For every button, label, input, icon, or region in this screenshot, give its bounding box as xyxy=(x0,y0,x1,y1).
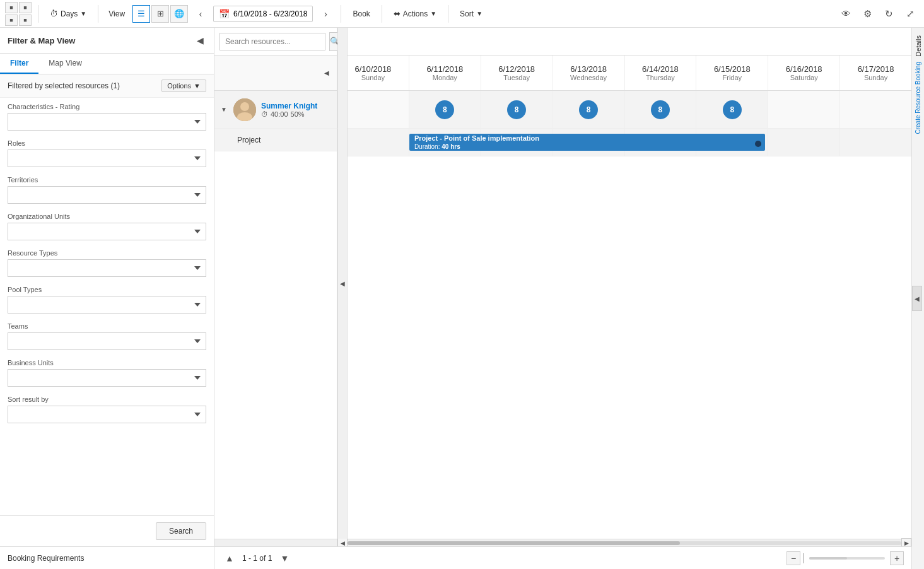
roles-label: Roles xyxy=(8,139,206,147)
expand-icon-btn[interactable]: ⤢ xyxy=(901,5,919,23)
sort-result-select[interactable] xyxy=(8,406,206,423)
schedule-day-cell xyxy=(768,91,840,128)
schedule-day-cell xyxy=(840,91,911,128)
business-units-select[interactable] xyxy=(8,369,206,387)
h-scroll-right-btn[interactable]: ▶ xyxy=(901,538,911,547)
details-collapse-btn[interactable]: ◀ xyxy=(912,286,922,311)
territories-select[interactable] xyxy=(8,186,206,204)
schedule-container: 🔍 ◀ ▼ xyxy=(214,28,911,546)
resource-info: Summer Knight ⏱ 40:00 50% xyxy=(261,102,332,118)
calendar-area: 6/10/2018Sunday6/11/2018Monday6/12/2018T… xyxy=(337,28,911,546)
resource-types-select[interactable] xyxy=(8,259,206,277)
project-day-cell: Project - Point of Sale implementation D… xyxy=(409,129,481,156)
details-label: Details xyxy=(915,35,922,57)
days-dropdown[interactable]: ⏱ Days ▼ xyxy=(45,6,91,21)
date-cell: 6/10/2018Sunday xyxy=(337,56,409,90)
pool-types-select[interactable] xyxy=(8,296,206,314)
grid-top-left-icon[interactable]: ■ xyxy=(5,2,18,13)
book-btn[interactable]: Book xyxy=(348,7,375,21)
pagination-down-btn[interactable]: ▼ xyxy=(277,551,292,566)
project-day-cell xyxy=(768,129,840,156)
sep3 xyxy=(341,5,341,23)
days-label: Days xyxy=(61,9,78,18)
sort-label: Sort xyxy=(460,9,474,18)
teams-select[interactable] xyxy=(8,332,206,350)
resource-name[interactable]: Summer Knight xyxy=(261,102,332,110)
top-toolbar: ■ ■ ■ ■ ⏱ Days ▼ View ☰ ⊞ 🌐 ‹ 📅 6/10/201… xyxy=(0,0,924,28)
grid-view-btn[interactable]: ⊞ xyxy=(151,5,169,23)
next-date-btn[interactable]: › xyxy=(317,5,334,23)
zoom-slider[interactable] xyxy=(809,557,885,560)
grid-icon-group: ■ ■ ■ ■ xyxy=(5,2,32,26)
booking-req-text: Booking Requirements xyxy=(8,554,84,563)
grid-bottom-right-icon[interactable]: ■ xyxy=(19,15,32,26)
settings-icon-btn[interactable]: ⚙ xyxy=(858,5,876,23)
date-range-text: 6/10/2018 - 6/23/2018 xyxy=(233,9,307,18)
grid-top-right-icon[interactable]: ■ xyxy=(19,2,32,13)
schedule-day-cell: 8 xyxy=(625,91,697,128)
prev-date-btn[interactable]: ‹ xyxy=(192,5,209,23)
zoom-in-btn[interactable]: + xyxy=(890,551,904,565)
pagination-text: 1 - 1 of 1 xyxy=(242,554,272,563)
filter-tab-map[interactable]: Map View xyxy=(38,54,91,74)
details-panel[interactable]: Details Create Resource Booking ◀ xyxy=(911,28,924,569)
teams-group: Teams xyxy=(8,322,206,350)
project-schedule-row: Project - Point of Sale implementation D… xyxy=(337,129,911,156)
center-area: 🔍 ◀ ▼ xyxy=(214,28,911,569)
filter-tab-filter[interactable]: Filter xyxy=(0,54,38,74)
resource-list-empty xyxy=(214,151,337,539)
resource-search-input[interactable] xyxy=(219,33,325,50)
project-event[interactable]: Project - Point of Sale implementation D… xyxy=(409,134,765,151)
schedule-day-cell: 8 xyxy=(553,91,625,128)
pagination-up-btn[interactable]: ▲ xyxy=(222,551,237,566)
date-cell: 6/11/2018Monday xyxy=(409,56,481,90)
options-btn[interactable]: Options ▼ xyxy=(161,79,206,92)
refresh-icon-btn[interactable]: ↻ xyxy=(880,5,898,23)
hours-badge: 8 xyxy=(507,100,526,119)
pool-types-label: Pool Types xyxy=(8,286,206,293)
sep1 xyxy=(38,5,38,23)
org-units-group: Organizational Units xyxy=(8,213,206,240)
filter-tabs: Filter Map View xyxy=(0,54,214,74)
date-range-picker[interactable]: 📅 6/10/2018 - 6/23/2018 xyxy=(213,6,313,22)
view-toggle-group: ☰ ⊞ 🌐 xyxy=(132,5,188,23)
h-scroll-track[interactable] xyxy=(348,541,901,545)
filter-body: Characteristics - Rating Roles Territori… xyxy=(0,98,214,515)
filter-collapse-btn[interactable]: ◀ xyxy=(194,34,206,47)
map-view-btn[interactable]: 🌐 xyxy=(170,5,188,23)
grid-bottom-left-icon[interactable]: ■ xyxy=(5,15,18,26)
resource-search-area: 🔍 xyxy=(214,28,337,56)
territories-label: Territories xyxy=(8,176,206,184)
create-resource-booking-label[interactable]: Create Resource Booking xyxy=(915,62,921,134)
resource-collapse-left-btn[interactable]: ◀ xyxy=(322,68,332,78)
territories-group: Territories xyxy=(8,176,206,204)
hours-badge: 8 xyxy=(579,100,598,119)
resource-row-collapse-btn[interactable]: ▼ xyxy=(219,105,228,114)
business-units-label: Business Units xyxy=(8,359,206,367)
visibility-icon-btn[interactable]: 👁 xyxy=(837,5,855,23)
characteristics-select[interactable] xyxy=(8,113,206,131)
org-units-select[interactable] xyxy=(8,223,206,240)
date-header-row: 6/10/2018Sunday6/11/2018Monday6/12/2018T… xyxy=(337,56,911,91)
date-nav: ‹ 📅 6/10/2018 - 6/23/2018 › xyxy=(192,5,334,23)
resource-hours: 40:00 xyxy=(271,110,288,118)
roles-select[interactable] xyxy=(8,150,206,167)
project-row: Project xyxy=(214,129,337,151)
search-button[interactable]: Search xyxy=(156,522,206,540)
project-label: Project xyxy=(237,136,260,144)
h-scroll-left-btn[interactable]: ◀ xyxy=(337,538,348,547)
h-scrollbar[interactable]: ◀ ▶ xyxy=(337,539,911,546)
zoom-out-btn[interactable]: − xyxy=(787,551,800,565)
list-view-btn[interactable]: ☰ xyxy=(132,5,150,23)
h-scroll-thumb[interactable] xyxy=(348,541,680,545)
resource-schedule-row: 88888 xyxy=(337,91,911,129)
resource-item: ▼ Summer Knight ⏱ 40:00 xyxy=(214,91,337,129)
filter-header: Filter & Map View ◀ xyxy=(0,28,214,54)
main-area: Filter & Map View ◀ Filter Map View Filt… xyxy=(0,28,924,569)
schedule-left-nav-arrow[interactable]: ◀ xyxy=(337,28,348,539)
resource-types-group: Resource Types xyxy=(8,249,206,277)
options-arrow-icon: ▼ xyxy=(194,82,201,90)
actions-btn[interactable]: ⬌ Actions ▼ xyxy=(389,6,442,21)
org-units-label: Organizational Units xyxy=(8,213,206,220)
sort-btn[interactable]: Sort ▼ xyxy=(455,7,488,21)
